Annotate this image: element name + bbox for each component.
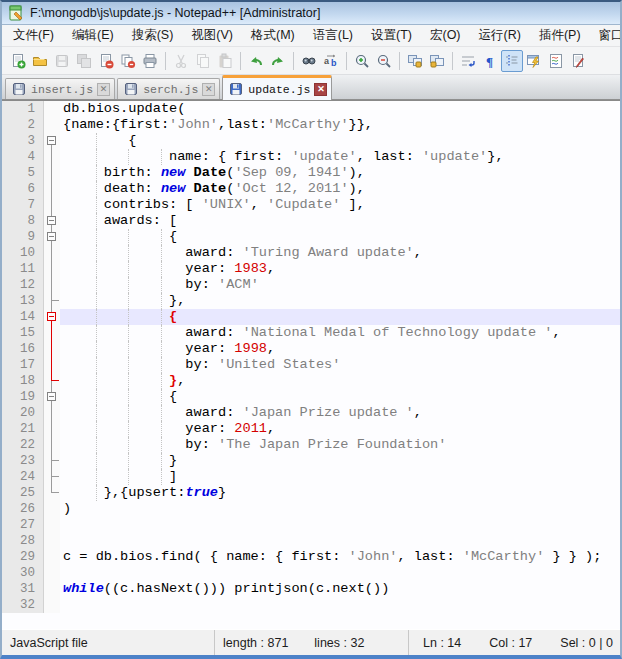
fold-collapse-icon[interactable] (47, 392, 56, 401)
function-list-button[interactable] (567, 50, 589, 72)
code-text[interactable]: { (60, 389, 620, 405)
fold-collapse-icon[interactable] (47, 136, 56, 145)
paste-button[interactable] (214, 50, 236, 72)
line-number: 25 (2, 485, 44, 501)
fold-margin (44, 533, 60, 549)
code-editor[interactable]: 1db.bios.update(2{name:{first:'John',las… (2, 100, 620, 629)
code-text[interactable]: award: 'Japan Prize update ', (60, 405, 620, 421)
line-number: 5 (2, 165, 44, 181)
print-button[interactable] (139, 50, 161, 72)
code-text[interactable]: }, (60, 373, 620, 389)
tab-serch.js[interactable]: serch.js✕ (117, 78, 220, 99)
menu-item-6[interactable]: 设置(T) (362, 24, 421, 47)
menu-item-0[interactable]: 文件(F) (4, 24, 63, 47)
code-line-19: 19 { (2, 389, 620, 405)
code-text[interactable] (60, 565, 620, 581)
menu-item-1[interactable]: 编辑(E) (63, 24, 123, 47)
fold-collapse-icon[interactable] (47, 312, 56, 321)
code-text[interactable]: while((c.hasNext())) printjson(c.next()) (60, 581, 620, 597)
menu-item-5[interactable]: 语言(L) (304, 24, 362, 47)
code-text[interactable]: { (60, 229, 620, 245)
line-number: 28 (2, 533, 44, 549)
zoom-in-button[interactable] (351, 50, 373, 72)
code-text[interactable]: year: 1998, (60, 341, 620, 357)
notepad-plus-plus-icon (8, 5, 24, 21)
save-button[interactable] (51, 50, 73, 72)
line-number: 32 (2, 597, 44, 613)
menu-item-8[interactable]: 运行(R) (470, 24, 530, 47)
code-text[interactable]: { (60, 309, 620, 325)
replace-button[interactable]: ab (320, 50, 342, 72)
sync-vertical-scroll-button[interactable] (404, 50, 426, 72)
menu-item-10[interactable]: 窗口(W) (590, 24, 622, 47)
fold-collapse-icon[interactable] (47, 232, 56, 241)
new-file-button[interactable] (7, 50, 29, 72)
code-text[interactable]: award: 'Turing Award update', (60, 245, 620, 261)
tab-close-icon[interactable]: ✕ (314, 83, 327, 96)
copy-button[interactable] (192, 50, 214, 72)
code-text[interactable]: death: new Date('Oct 12, 2011'), (60, 181, 620, 197)
code-text[interactable]: by: 'United States' (60, 357, 620, 373)
menu-item-3[interactable]: 视图(V) (182, 24, 242, 47)
code-text[interactable]: by: 'The Japan Prize Foundation' (60, 437, 620, 453)
word-wrap-button[interactable] (457, 50, 479, 72)
code-text[interactable]: year: 1983, (60, 261, 620, 277)
sync-horizontal-scroll-button[interactable] (426, 50, 448, 72)
code-line-16: 16 year: 1998, (2, 341, 620, 357)
tab-close-icon[interactable]: ✕ (97, 83, 110, 96)
cut-button[interactable] (170, 50, 192, 72)
fold-margin (44, 245, 60, 261)
code-text[interactable]: }, (60, 293, 620, 309)
code-text[interactable]: db.bios.update( (60, 101, 620, 117)
code-line-23: 23 } (2, 453, 620, 469)
saved-file-icon (123, 81, 139, 97)
fold-margin (44, 165, 60, 181)
code-text[interactable]: c = db.bios.find( { name: { first: 'John… (60, 549, 620, 565)
code-text[interactable]: year: 2011, (60, 421, 620, 437)
code-text[interactable] (60, 597, 620, 613)
tab-update.js[interactable]: update.js✕ (222, 75, 332, 100)
status-bar: JavaScript file length : 871 lines : 32 … (2, 629, 620, 655)
tab-close-icon[interactable]: ✕ (202, 83, 215, 96)
open-file-button[interactable] (29, 50, 51, 72)
show-all-characters-button[interactable]: ¶ (479, 50, 501, 72)
code-text[interactable]: award: 'National Medal of Technology upd… (60, 325, 620, 341)
code-line-13: 13 }, (2, 293, 620, 309)
user-defined-language-button[interactable] (523, 50, 545, 72)
document-map-button[interactable] (545, 50, 567, 72)
code-text[interactable]: contribs: [ 'UNIX', 'Cupdate' ], (60, 197, 620, 213)
zoom-out-button[interactable] (373, 50, 395, 72)
code-text[interactable]: ] (60, 469, 620, 485)
code-text[interactable]: } (60, 453, 620, 469)
save-all-button[interactable] (73, 50, 95, 72)
code-text[interactable]: },{upsert:true} (60, 485, 620, 501)
fold-margin (44, 421, 60, 437)
close-button[interactable] (95, 50, 117, 72)
fold-margin (44, 213, 60, 229)
code-text[interactable]: name: { first: 'update', last: 'update'}… (60, 149, 620, 165)
code-text[interactable]: by: 'ACM' (60, 277, 620, 293)
menu-item-2[interactable]: 搜索(S) (123, 24, 183, 47)
tab-insert.js[interactable]: insert.js✕ (5, 78, 115, 99)
code-text[interactable]: ) (60, 501, 620, 517)
code-text[interactable] (60, 517, 620, 533)
show-indent-guide-button[interactable] (501, 50, 523, 72)
code-text[interactable]: birth: new Date('Sep 09, 1941'), (60, 165, 620, 181)
line-number: 30 (2, 565, 44, 581)
menu-item-4[interactable]: 格式(M) (242, 24, 304, 47)
line-number: 23 (2, 453, 44, 469)
code-text[interactable] (60, 533, 620, 549)
redo-button[interactable] (267, 50, 289, 72)
code-text[interactable]: awards: [ (60, 213, 620, 229)
find-button[interactable] (298, 50, 320, 72)
code-text[interactable]: { (60, 133, 620, 149)
menu-item-9[interactable]: 插件(P) (530, 24, 590, 47)
fold-collapse-icon[interactable] (47, 216, 56, 225)
fold-margin (44, 325, 60, 341)
close-all-button[interactable] (117, 50, 139, 72)
undo-button[interactable] (245, 50, 267, 72)
fold-margin (44, 277, 60, 293)
code-text[interactable]: {name:{first:'John',last:'McCarthy'}}, (60, 117, 620, 133)
menu-item-7[interactable]: 宏(O) (421, 24, 470, 47)
fold-margin (44, 517, 60, 533)
